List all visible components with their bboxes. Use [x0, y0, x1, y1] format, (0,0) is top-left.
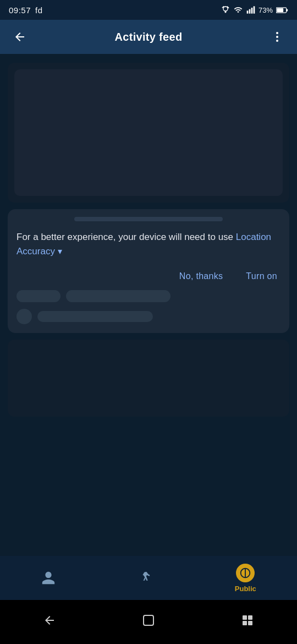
svg-point-7 — [276, 32, 278, 34]
battery-icon — [276, 7, 288, 14]
skeleton-chip-1 — [16, 290, 61, 302]
content-area: For a better experience, your device wil… — [0, 54, 297, 589]
status-bar: 09:57 fd 73% — [0, 0, 297, 20]
android-back-button[interactable] — [43, 614, 56, 630]
app-bar: Activity feed — [0, 20, 297, 54]
location-accuracy-link[interactable]: Location Accuracy — [16, 232, 271, 256]
skeleton-row-2 — [16, 309, 280, 324]
back-button[interactable] — [9, 26, 31, 48]
android-home-button[interactable] — [142, 614, 155, 630]
svg-rect-3 — [254, 6, 255, 13]
carrier-text: fd — [35, 6, 43, 15]
svg-rect-5 — [287, 9, 288, 11]
public-nav-label: Public — [235, 585, 256, 593]
progress-bar — [74, 217, 223, 221]
svg-rect-0 — [247, 10, 249, 13]
android-recent-button[interactable] — [241, 614, 254, 630]
svg-rect-6 — [277, 8, 283, 12]
nav-item-public[interactable]: Public — [235, 564, 256, 593]
signal-icon — [246, 6, 255, 14]
svg-rect-13 — [248, 615, 252, 620]
second-feed-card — [8, 340, 289, 417]
svg-rect-2 — [251, 8, 253, 14]
status-icons: 73% — [221, 6, 288, 14]
image-placeholder — [14, 69, 283, 196]
svg-rect-11 — [144, 615, 153, 625]
dialog-message: For a better experience, your device wil… — [16, 230, 280, 258]
first-feed-card — [8, 63, 289, 203]
bottom-nav: Public — [0, 556, 297, 600]
alarm-icon — [221, 6, 230, 14]
no-thanks-button[interactable]: No, thanks — [176, 269, 226, 283]
skeleton-row-1 — [16, 290, 280, 302]
more-options-button[interactable] — [266, 26, 288, 48]
wifi-icon — [233, 6, 243, 14]
location-dialog-card: For a better experience, your device wil… — [8, 209, 289, 333]
skeleton-chip-2 — [66, 290, 170, 302]
svg-rect-1 — [249, 9, 251, 14]
turn-on-button[interactable]: Turn on — [243, 269, 280, 283]
svg-rect-14 — [243, 621, 247, 625]
svg-point-9 — [276, 40, 278, 42]
page-title: Activity feed — [115, 31, 183, 43]
battery-text: 73% — [258, 6, 273, 14]
svg-point-8 — [276, 36, 278, 38]
svg-rect-12 — [243, 615, 247, 620]
globe-icon — [239, 567, 251, 579]
skeleton-text — [37, 311, 153, 322]
skeleton-avatar — [16, 309, 32, 324]
status-time: 09:57 — [9, 6, 31, 15]
progress-bar-container — [16, 217, 280, 221]
dialog-actions: No, thanks Turn on — [16, 269, 280, 283]
nav-item-activity[interactable] — [138, 570, 153, 586]
walking-person-icon — [138, 570, 153, 586]
chevron-down-icon: ▾ — [58, 247, 62, 256]
globe-circle — [236, 564, 255, 582]
person-icon — [41, 570, 56, 586]
nav-item-profile[interactable] — [41, 570, 56, 586]
svg-rect-15 — [248, 621, 252, 625]
android-nav-bar — [0, 600, 297, 644]
